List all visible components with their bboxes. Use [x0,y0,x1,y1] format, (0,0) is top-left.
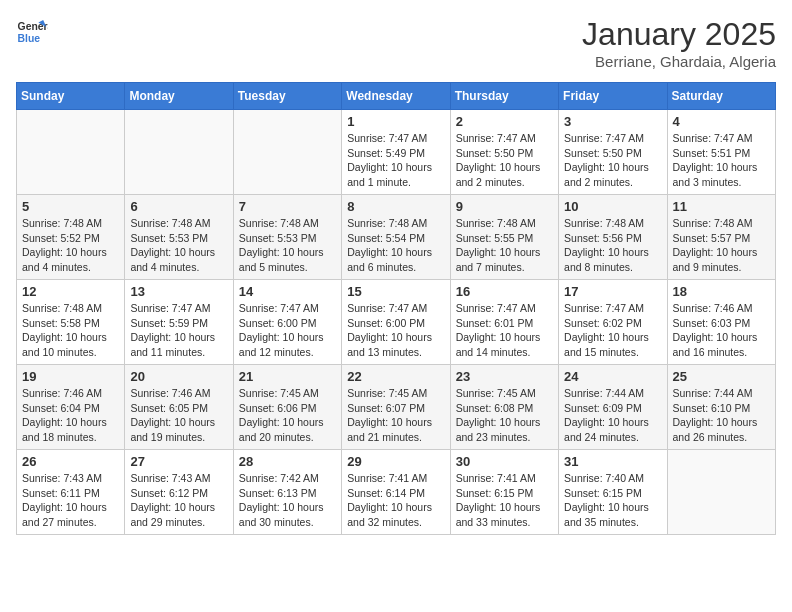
calendar-day-cell: 7Sunrise: 7:48 AMSunset: 5:53 PMDaylight… [233,195,341,280]
calendar-day-cell: 15Sunrise: 7:47 AMSunset: 6:00 PMDayligh… [342,280,450,365]
day-info: Sunrise: 7:48 AMSunset: 5:58 PMDaylight:… [22,301,119,360]
calendar-day-cell: 4Sunrise: 7:47 AMSunset: 5:51 PMDaylight… [667,110,775,195]
day-number: 19 [22,369,119,384]
day-number: 20 [130,369,227,384]
day-number: 17 [564,284,661,299]
day-info: Sunrise: 7:45 AMSunset: 6:08 PMDaylight:… [456,386,553,445]
calendar-day-cell: 5Sunrise: 7:48 AMSunset: 5:52 PMDaylight… [17,195,125,280]
day-info: Sunrise: 7:47 AMSunset: 5:50 PMDaylight:… [456,131,553,190]
logo: General Blue [16,16,48,48]
calendar-day-cell: 12Sunrise: 7:48 AMSunset: 5:58 PMDayligh… [17,280,125,365]
day-info: Sunrise: 7:48 AMSunset: 5:53 PMDaylight:… [130,216,227,275]
day-info: Sunrise: 7:45 AMSunset: 6:07 PMDaylight:… [347,386,444,445]
calendar-day-cell: 8Sunrise: 7:48 AMSunset: 5:54 PMDaylight… [342,195,450,280]
day-info: Sunrise: 7:48 AMSunset: 5:53 PMDaylight:… [239,216,336,275]
day-info: Sunrise: 7:47 AMSunset: 6:00 PMDaylight:… [239,301,336,360]
day-info: Sunrise: 7:46 AMSunset: 6:05 PMDaylight:… [130,386,227,445]
calendar-day-cell: 16Sunrise: 7:47 AMSunset: 6:01 PMDayligh… [450,280,558,365]
calendar-header-row: SundayMondayTuesdayWednesdayThursdayFrid… [17,83,776,110]
day-of-week-header: Sunday [17,83,125,110]
day-info: Sunrise: 7:47 AMSunset: 5:49 PMDaylight:… [347,131,444,190]
day-number: 5 [22,199,119,214]
day-number: 29 [347,454,444,469]
day-info: Sunrise: 7:44 AMSunset: 6:10 PMDaylight:… [673,386,770,445]
day-info: Sunrise: 7:48 AMSunset: 5:57 PMDaylight:… [673,216,770,275]
day-number: 6 [130,199,227,214]
day-of-week-header: Wednesday [342,83,450,110]
calendar-day-cell: 22Sunrise: 7:45 AMSunset: 6:07 PMDayligh… [342,365,450,450]
day-number: 14 [239,284,336,299]
day-of-week-header: Thursday [450,83,558,110]
location-subtitle: Berriane, Ghardaia, Algeria [582,53,776,70]
day-number: 11 [673,199,770,214]
calendar-day-cell: 29Sunrise: 7:41 AMSunset: 6:14 PMDayligh… [342,450,450,535]
svg-text:Blue: Blue [18,33,41,44]
calendar-day-cell: 21Sunrise: 7:45 AMSunset: 6:06 PMDayligh… [233,365,341,450]
calendar-day-cell: 6Sunrise: 7:48 AMSunset: 5:53 PMDaylight… [125,195,233,280]
day-number: 23 [456,369,553,384]
day-info: Sunrise: 7:44 AMSunset: 6:09 PMDaylight:… [564,386,661,445]
day-number: 13 [130,284,227,299]
day-of-week-header: Friday [559,83,667,110]
day-number: 22 [347,369,444,384]
calendar-week-row: 26Sunrise: 7:43 AMSunset: 6:11 PMDayligh… [17,450,776,535]
day-number: 9 [456,199,553,214]
day-number: 18 [673,284,770,299]
day-number: 3 [564,114,661,129]
day-number: 26 [22,454,119,469]
calendar-week-row: 19Sunrise: 7:46 AMSunset: 6:04 PMDayligh… [17,365,776,450]
day-info: Sunrise: 7:47 AMSunset: 6:01 PMDaylight:… [456,301,553,360]
calendar-table: SundayMondayTuesdayWednesdayThursdayFrid… [16,82,776,535]
day-info: Sunrise: 7:46 AMSunset: 6:04 PMDaylight:… [22,386,119,445]
calendar-day-cell: 20Sunrise: 7:46 AMSunset: 6:05 PMDayligh… [125,365,233,450]
calendar-day-cell: 27Sunrise: 7:43 AMSunset: 6:12 PMDayligh… [125,450,233,535]
day-number: 8 [347,199,444,214]
day-number: 27 [130,454,227,469]
day-info: Sunrise: 7:48 AMSunset: 5:54 PMDaylight:… [347,216,444,275]
day-of-week-header: Tuesday [233,83,341,110]
day-info: Sunrise: 7:43 AMSunset: 6:12 PMDaylight:… [130,471,227,530]
calendar-day-cell [233,110,341,195]
day-info: Sunrise: 7:45 AMSunset: 6:06 PMDaylight:… [239,386,336,445]
calendar-day-cell: 24Sunrise: 7:44 AMSunset: 6:09 PMDayligh… [559,365,667,450]
day-info: Sunrise: 7:48 AMSunset: 5:55 PMDaylight:… [456,216,553,275]
day-info: Sunrise: 7:47 AMSunset: 5:50 PMDaylight:… [564,131,661,190]
day-number: 24 [564,369,661,384]
calendar-day-cell: 9Sunrise: 7:48 AMSunset: 5:55 PMDaylight… [450,195,558,280]
day-number: 28 [239,454,336,469]
calendar-day-cell [17,110,125,195]
calendar-day-cell: 10Sunrise: 7:48 AMSunset: 5:56 PMDayligh… [559,195,667,280]
day-info: Sunrise: 7:47 AMSunset: 6:00 PMDaylight:… [347,301,444,360]
calendar-week-row: 1Sunrise: 7:47 AMSunset: 5:49 PMDaylight… [17,110,776,195]
day-info: Sunrise: 7:46 AMSunset: 6:03 PMDaylight:… [673,301,770,360]
day-info: Sunrise: 7:41 AMSunset: 6:15 PMDaylight:… [456,471,553,530]
day-info: Sunrise: 7:48 AMSunset: 5:56 PMDaylight:… [564,216,661,275]
day-number: 31 [564,454,661,469]
calendar-day-cell: 17Sunrise: 7:47 AMSunset: 6:02 PMDayligh… [559,280,667,365]
calendar-day-cell: 23Sunrise: 7:45 AMSunset: 6:08 PMDayligh… [450,365,558,450]
calendar-day-cell: 25Sunrise: 7:44 AMSunset: 6:10 PMDayligh… [667,365,775,450]
calendar-day-cell: 2Sunrise: 7:47 AMSunset: 5:50 PMDaylight… [450,110,558,195]
calendar-week-row: 5Sunrise: 7:48 AMSunset: 5:52 PMDaylight… [17,195,776,280]
day-info: Sunrise: 7:48 AMSunset: 5:52 PMDaylight:… [22,216,119,275]
calendar-day-cell: 26Sunrise: 7:43 AMSunset: 6:11 PMDayligh… [17,450,125,535]
calendar-day-cell: 13Sunrise: 7:47 AMSunset: 5:59 PMDayligh… [125,280,233,365]
calendar-body: 1Sunrise: 7:47 AMSunset: 5:49 PMDaylight… [17,110,776,535]
logo-icon: General Blue [16,16,48,48]
calendar-day-cell [667,450,775,535]
title-block: January 2025 Berriane, Ghardaia, Algeria [582,16,776,70]
calendar-day-cell: 31Sunrise: 7:40 AMSunset: 6:15 PMDayligh… [559,450,667,535]
day-info: Sunrise: 7:47 AMSunset: 6:02 PMDaylight:… [564,301,661,360]
day-number: 16 [456,284,553,299]
day-number: 2 [456,114,553,129]
day-number: 21 [239,369,336,384]
page-header: General Blue January 2025 Berriane, Ghar… [16,16,776,70]
calendar-day-cell [125,110,233,195]
day-number: 25 [673,369,770,384]
calendar-day-cell: 1Sunrise: 7:47 AMSunset: 5:49 PMDaylight… [342,110,450,195]
day-info: Sunrise: 7:40 AMSunset: 6:15 PMDaylight:… [564,471,661,530]
day-number: 15 [347,284,444,299]
day-number: 30 [456,454,553,469]
day-of-week-header: Saturday [667,83,775,110]
calendar-day-cell: 14Sunrise: 7:47 AMSunset: 6:00 PMDayligh… [233,280,341,365]
